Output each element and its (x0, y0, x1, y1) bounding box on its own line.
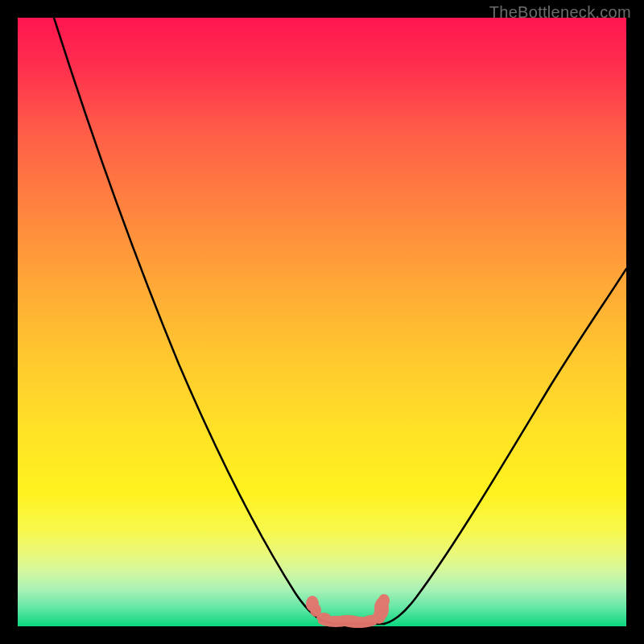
svg-point-7 (378, 594, 390, 607)
bottleneck-curve (18, 18, 626, 626)
optimal-marker-cluster (303, 591, 408, 628)
svg-point-4 (333, 615, 362, 625)
curve-right-branch (384, 269, 626, 624)
svg-point-8 (316, 613, 331, 622)
curve-left-branch (54, 18, 336, 624)
chart-plot-area (18, 18, 626, 626)
watermark-text: TheBottleneck.com (489, 3, 631, 22)
svg-point-9 (363, 615, 379, 625)
